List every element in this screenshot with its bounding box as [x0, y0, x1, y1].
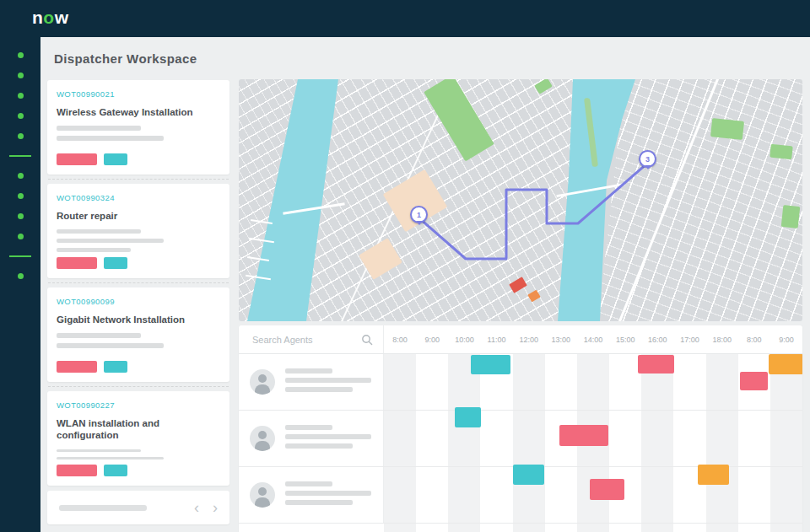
placeholder-line — [285, 368, 332, 373]
placeholder-line — [285, 434, 371, 439]
sidebar-item-dot[interactable] — [18, 193, 24, 199]
time-label: 13:00 — [545, 336, 577, 344]
status-badges — [57, 153, 220, 165]
card-separator — [48, 179, 229, 180]
schedule-bar-pink[interactable] — [559, 425, 608, 446]
placeholder-line — [57, 248, 131, 252]
time-label: 16:00 — [641, 336, 673, 344]
agent-text-placeholder — [285, 425, 371, 453]
time-label: 12:00 — [513, 336, 545, 344]
workorder-title: Router repair — [57, 210, 220, 222]
next-page-button[interactable]: › — [213, 500, 218, 515]
sidebar-item-dot[interactable] — [18, 113, 24, 119]
placeholder-line — [285, 387, 353, 392]
card-separator — [48, 386, 229, 387]
logo-letter-n: n — [32, 8, 43, 27]
sidebar-item-dot[interactable] — [18, 234, 24, 239]
agent-text-placeholder — [285, 368, 371, 396]
time-label: 8:00 — [738, 336, 770, 344]
sidebar-divider — [9, 155, 31, 157]
placeholder-line — [285, 500, 353, 505]
schedule-bars — [384, 354, 802, 532]
workorder-card[interactable]: WOT00990227 WLAN installation and config… — [47, 391, 230, 486]
placeholder-line — [57, 457, 164, 459]
status-badge-teal — [104, 153, 127, 165]
time-label: 10:00 — [448, 336, 480, 344]
user-avatar-icon — [250, 426, 275, 451]
status-badge-teal — [104, 361, 127, 373]
placeholder-line — [57, 229, 141, 234]
scheduler-header: 8:009:0010:0011:0012:0013:0014:0015:0016… — [239, 325, 802, 354]
workorder-card[interactable]: WOT00990099 Gigabit Network Installation — [47, 287, 230, 382]
logo-letter-w: w — [55, 8, 69, 27]
time-label: 17:00 — [673, 336, 705, 344]
placeholder-line — [57, 449, 141, 452]
placeholder-line — [57, 126, 141, 131]
schedule-bar-pink[interactable] — [740, 372, 768, 390]
workorder-card[interactable]: WOT00990021 Wireless Gateway Installatio… — [47, 80, 230, 175]
workorder-card[interactable]: WOT00990324 Router repair — [47, 184, 230, 278]
sidebar-item-dot[interactable] — [18, 273, 24, 279]
schedule-bar-teal[interactable] — [513, 465, 544, 485]
dispatch-map[interactable]: 1 3 — [239, 79, 802, 321]
dispatcher-workspace-screen: now Dispatcher Workspace WOT00990021 Wir… — [0, 0, 810, 532]
agent-cell[interactable] — [239, 354, 384, 410]
agent-cell[interactable] — [239, 467, 384, 523]
placeholder-line — [57, 333, 141, 338]
placeholder-line — [57, 239, 164, 243]
placeholder-line — [57, 343, 164, 348]
agent-search-cell — [239, 325, 384, 353]
map-park — [710, 118, 744, 140]
user-avatar-icon — [250, 482, 275, 508]
map-stop-marker-3[interactable]: 3 — [639, 150, 656, 168]
time-label: 8:00 — [384, 336, 416, 344]
sidebar-nav — [0, 37, 40, 532]
schedule-bar-teal[interactable] — [455, 407, 481, 427]
sidebar-item-dot[interactable] — [18, 73, 24, 78]
schedule-bar-orange[interactable] — [698, 465, 729, 485]
schedule-bar-teal[interactable] — [471, 355, 510, 374]
workorder-number-link[interactable]: WOT00990324 — [57, 193, 220, 202]
placeholder-line — [285, 425, 332, 430]
sidebar-item-dot[interactable] — [18, 213, 24, 219]
now-logo: now — [32, 8, 69, 28]
workorder-list: WOT00990021 Wireless Gateway Installatio… — [47, 80, 230, 524]
placeholder-line — [285, 378, 371, 383]
workorder-number-link[interactable]: WOT00990021 — [57, 89, 220, 99]
map-stop-marker-1[interactable]: 1 — [410, 206, 428, 223]
schedule-bar-pink[interactable] — [590, 479, 624, 500]
time-label: 15:00 — [609, 336, 641, 344]
workorder-title: Wireless Gateway Installation — [57, 106, 220, 118]
status-badges — [57, 361, 220, 373]
placeholder-line — [285, 443, 353, 449]
map-park — [781, 205, 801, 228]
placeholder-line — [57, 136, 164, 141]
top-bar: now — [0, 0, 810, 37]
status-badge-pink — [57, 465, 97, 476]
sidebar-item-dot[interactable] — [18, 93, 24, 99]
agent-cell[interactable] — [239, 411, 384, 466]
agent-search-input[interactable] — [251, 334, 354, 346]
search-icon[interactable] — [361, 334, 373, 346]
sidebar-item-dot[interactable] — [18, 133, 24, 139]
sidebar-item-dot[interactable] — [18, 173, 24, 179]
prev-page-button[interactable]: ‹ — [194, 500, 199, 515]
status-badge-pink — [57, 257, 97, 269]
map-park — [770, 144, 793, 160]
status-badge-pink — [57, 361, 97, 373]
time-label: 9:00 — [770, 336, 802, 344]
schedule-bar-pink[interactable] — [638, 355, 674, 373]
user-avatar-icon — [250, 369, 275, 395]
workorder-number-link[interactable]: WOT00990099 — [57, 297, 220, 306]
sidebar-item-dot[interactable] — [18, 52, 24, 58]
time-axis: 8:009:0010:0011:0012:0013:0014:0015:0016… — [384, 325, 802, 353]
time-label: 14:00 — [577, 336, 609, 344]
page-title: Dispatcher Workspace — [54, 51, 197, 66]
workorder-title: Gigabit Network Installation — [57, 314, 220, 325]
status-badges — [57, 465, 220, 476]
schedule-bar-orange[interactable] — [769, 354, 802, 374]
status-badge-teal — [104, 465, 127, 476]
placeholder-line — [285, 481, 332, 486]
workorder-number-link[interactable]: WOT00990227 — [57, 400, 220, 410]
status-badge-teal — [104, 257, 127, 269]
